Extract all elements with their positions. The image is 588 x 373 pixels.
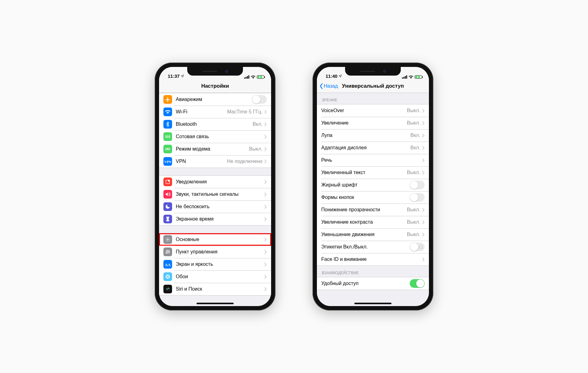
control-icon (163, 248, 172, 256)
row-label: Адаптация дисплея (321, 145, 410, 151)
row-cellular[interactable]: Сотовая связь (159, 130, 271, 143)
airplane-icon (163, 95, 172, 104)
row-value: Выкл. (407, 219, 420, 225)
row-value: Вкл. (410, 145, 420, 151)
settings-group: ОсновныеПункт управленияAAЭкран и яркост… (159, 233, 271, 296)
row-sounds[interactable]: Звуки, тактильные сигналы (159, 188, 271, 200)
row-reduce-motion[interactable]: Уменьшение движенияВыкл. (317, 228, 429, 241)
svg-text:AA: AA (165, 262, 171, 267)
row-general[interactable]: Основные (159, 233, 271, 246)
row-label: Экран и яркость (176, 261, 264, 267)
switch-button-shapes[interactable] (410, 193, 425, 202)
chevron-right-icon (422, 257, 425, 261)
chevron-right-icon (264, 238, 267, 242)
switch-reachability[interactable] (410, 279, 425, 288)
row-label: Wi-Fi (176, 109, 227, 115)
settings-group: УведомленияЗвуки, тактильные сигналыНе б… (159, 175, 271, 226)
row-label: Формы кнопок (321, 195, 410, 200)
row-hotspot[interactable]: Режим модемаВыкл. (159, 143, 271, 155)
row-onoff-labels[interactable]: Этикетки Вкл./Выкл. (317, 241, 429, 253)
row-label: Уведомления (176, 179, 264, 185)
svg-rect-18 (404, 77, 404, 79)
row-reduce-trans[interactable]: Понижение прозрачностиВыкл. (317, 204, 429, 216)
svg-rect-1 (246, 77, 247, 79)
row-bold-text[interactable]: Жирный шрифт (317, 179, 429, 191)
row-button-shapes[interactable]: Формы кнопок (317, 191, 429, 204)
phone-accessibility: 11:40 Назад Универсальный доступ (313, 63, 433, 310)
row-airplane[interactable]: Авиарежим (159, 93, 271, 106)
home-indicator[interactable] (197, 303, 234, 304)
chevron-right-icon (422, 158, 425, 162)
row-voiceover[interactable]: VoiceOverВыкл. (317, 104, 429, 117)
svg-text:VPN: VPN (164, 160, 171, 164)
svg-point-9 (167, 239, 169, 240)
row-display-accom[interactable]: Адаптация дисплеяВкл. (317, 142, 429, 154)
general-icon (163, 235, 172, 244)
chevron-right-icon (422, 146, 425, 150)
svg-point-8 (168, 180, 170, 182)
row-label: Увеличение контраста (321, 219, 407, 225)
row-siri[interactable]: Siri и Поиск (159, 283, 271, 295)
home-indicator[interactable] (354, 303, 391, 304)
row-speech[interactable]: Речь (317, 154, 429, 166)
svg-point-4 (166, 148, 167, 150)
row-control[interactable]: Пункт управления (159, 246, 271, 258)
row-label: Звуки, тактильные сигналы (176, 191, 264, 197)
chevron-right-icon (422, 109, 425, 113)
row-wifi[interactable]: Wi-FiMacTime 5 ГГц. (159, 106, 271, 118)
signal-icon (402, 75, 407, 79)
signal-icon (244, 75, 249, 79)
chevron-right-icon (264, 250, 267, 254)
svg-point-13 (169, 276, 169, 277)
row-zoom[interactable]: УвеличениеВыкл. (317, 117, 429, 129)
wifi-icon (163, 108, 172, 116)
row-magnifier[interactable]: ЛупаВкл. (317, 129, 429, 142)
row-faceid-attention[interactable]: Face ID и внимание (317, 253, 429, 265)
row-label: Речь (321, 157, 422, 163)
accessibility-list[interactable]: ЗРЕНИЕVoiceOverВыкл.УвеличениеВыкл.ЛупаВ… (317, 93, 429, 306)
row-screentime[interactable]: Экранное время (159, 213, 271, 225)
display-icon: AA (163, 260, 172, 269)
row-label: Режим модема (176, 146, 249, 152)
status-time: 11:37 (168, 73, 179, 79)
svg-rect-20 (406, 75, 407, 79)
row-reachability[interactable]: Удобный доступ (317, 277, 429, 290)
notifications-icon (163, 178, 172, 186)
row-label: Этикетки Вкл./Выкл. (321, 244, 410, 250)
chevron-right-icon (264, 192, 267, 196)
settings-group: АвиарежимWi-FiMacTime 5 ГГц.BluetoothВкл… (159, 93, 271, 168)
switch-onoff-labels[interactable] (410, 243, 425, 251)
dnd-icon (163, 202, 172, 211)
chevron-right-icon (264, 147, 267, 151)
row-wallpaper[interactable]: Обои (159, 270, 271, 283)
chevron-right-icon (422, 134, 425, 138)
row-value: Вкл. (253, 121, 262, 127)
row-value: Не подключено (227, 159, 262, 164)
switch-airplane[interactable] (252, 95, 267, 104)
chevron-right-icon (264, 122, 267, 126)
screentime-icon (163, 215, 172, 223)
row-vpn[interactable]: VPNVPNНе подключено (159, 155, 271, 168)
row-increase-contrast[interactable]: Увеличение контрастаВыкл. (317, 216, 429, 228)
settings-list[interactable]: АвиарежимWi-FiMacTime 5 ГГц.BluetoothВкл… (159, 93, 271, 306)
chevron-right-icon (422, 121, 425, 125)
row-label: Удобный доступ (321, 281, 410, 286)
status-time: 11:40 (326, 73, 337, 79)
row-dnd[interactable]: Не беспокоить (159, 200, 271, 213)
row-bluetooth[interactable]: BluetoothВкл. (159, 118, 271, 130)
svg-rect-3 (249, 75, 249, 79)
chevron-right-icon (264, 160, 267, 164)
row-label: Siri и Поиск (176, 286, 264, 292)
svg-point-15 (166, 276, 167, 277)
switch-bold-text[interactable] (410, 181, 425, 189)
row-larger-text[interactable]: Увеличенный текстВыкл. (317, 166, 429, 179)
row-notifications[interactable]: Уведомления (159, 176, 271, 188)
back-button[interactable]: Назад (319, 79, 338, 93)
row-value: Вкл. (410, 133, 420, 138)
chevron-right-icon (422, 171, 425, 175)
chevron-right-icon (264, 262, 267, 266)
row-value: Выкл. (407, 232, 420, 237)
row-display[interactable]: AAЭкран и яркость (159, 258, 271, 270)
chevron-right-icon (264, 205, 267, 209)
hotspot-icon (163, 145, 172, 153)
